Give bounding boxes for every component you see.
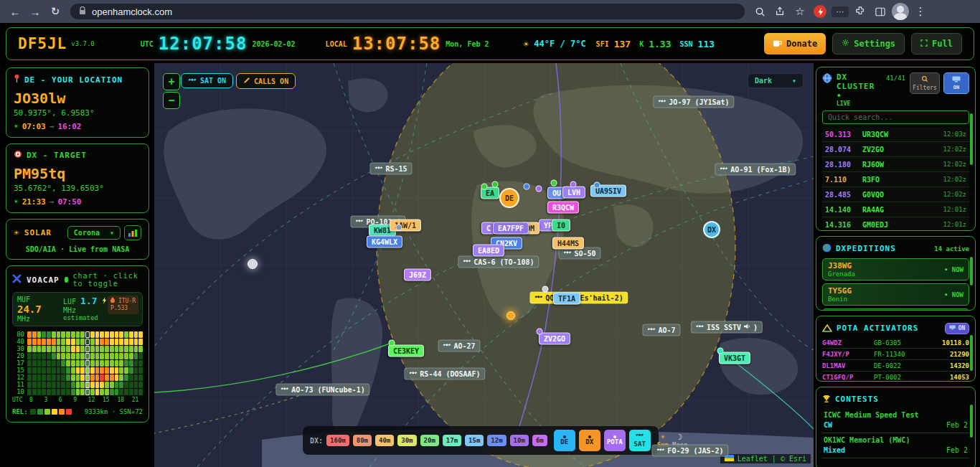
donate-button[interactable]: Donate xyxy=(764,33,826,55)
dx-spot-row[interactable]: 14.140RA4AG12:01z xyxy=(822,202,969,217)
cluster-scrollbar[interactable] xyxy=(970,113,973,165)
satellite-footprint-label[interactable]: ISS SSTV) xyxy=(691,321,763,334)
dxpedition-row[interactable]: TY5GGBenin• NOW xyxy=(822,283,969,306)
dx-marker[interactable]: DX xyxy=(703,221,720,238)
share-icon[interactable] xyxy=(771,2,789,21)
satellite-footprint-label[interactable]: AO-73 (FUNcube-1) xyxy=(275,384,369,396)
dx-spot-row[interactable]: 28.485G0VQO12:02z xyxy=(822,187,969,202)
cluster-search-input[interactable] xyxy=(822,110,969,124)
dx-spot-row[interactable]: 7.110R3FO12:02z xyxy=(822,172,969,187)
callsign-spot-label[interactable]: KG4WLX xyxy=(367,236,402,248)
tent-icon xyxy=(822,321,832,335)
ssn-label: SSN xyxy=(680,40,693,48)
gear-icon xyxy=(842,39,849,49)
legend-marker-dx[interactable]: DX xyxy=(579,430,600,451)
satellite-footprint-label[interactable]: AO-7 xyxy=(642,324,680,336)
satellite-icon xyxy=(443,342,451,350)
solar-view-select[interactable]: Corona ▾ xyxy=(67,226,121,240)
band-chip-6m[interactable]: 6m xyxy=(532,435,547,446)
browser-menu-icon[interactable]: ⋮ xyxy=(911,2,930,21)
satellite-footprint-label[interactable]: CAS-6 (TO-108) xyxy=(458,256,539,268)
sun-marker xyxy=(507,311,515,320)
contests-scrollbar[interactable] xyxy=(970,405,973,438)
dx-spot-row[interactable]: 14.316GM0EDJ12:01z xyxy=(822,217,969,231)
voacap-panel[interactable]: VOACAP chart · click to toggle MUF 24.7 … xyxy=(6,265,149,423)
dx-spot-row[interactable]: 50.313UR3QCW12:03z xyxy=(822,127,969,142)
zoom-page-icon[interactable] xyxy=(750,2,769,21)
solar-chart-button[interactable] xyxy=(124,225,141,240)
callsign-spot-label[interactable]: H44MS xyxy=(552,237,584,250)
band-chip-10m[interactable]: 10m xyxy=(510,435,529,446)
band-chip-40m[interactable]: 40m xyxy=(375,435,394,446)
callsign-spot-label[interactable]: 1AW/1 xyxy=(390,220,421,232)
pota-on-toggle[interactable]: ON xyxy=(945,323,969,334)
legend-marker-pota[interactable]: POTA xyxy=(604,430,626,451)
dxpedition-row[interactable]: 8R1TMGuyana• NOW xyxy=(822,308,969,311)
fullscreen-button[interactable]: Full xyxy=(911,33,962,55)
band-chip-20m[interactable]: 20m xyxy=(420,435,439,446)
bookmark-star-icon[interactable]: ☆ xyxy=(791,2,809,21)
browser-toolbar: ← → ↻ openhamclock.com ☆ ⋯ ⋮ xyxy=(0,0,980,23)
band-chip-17m[interactable]: 17m xyxy=(443,435,461,446)
label-text: TF1A xyxy=(558,295,575,303)
pota-row[interactable]: F4JXY/PFR-1134021290 xyxy=(822,349,969,360)
band-chip-160m[interactable]: 160m xyxy=(326,435,349,446)
callsign-spot-label[interactable]: TF1A xyxy=(553,293,580,305)
callsign-spot-label[interactable]: VK3GT xyxy=(719,352,750,364)
callsign-spot-label[interactable]: ZV2GO xyxy=(539,333,570,345)
band-chip-80m[interactable]: 80m xyxy=(353,435,372,446)
band-row-label: 17 xyxy=(12,360,27,367)
satellite-footprint-label[interactable]: RS-15 xyxy=(369,163,412,175)
callsign-spot-label[interactable]: J69Z xyxy=(404,269,431,281)
world-map[interactable]: + − SAT ON CALLS ON Dark ▾ RS-15JO-97 (J… xyxy=(154,63,814,467)
satellite-footprint-label[interactable]: RS-44 (DOSAAF) xyxy=(404,368,485,380)
band-chip-12m[interactable]: 12m xyxy=(487,435,506,446)
callsign-spot-label[interactable]: LVH xyxy=(562,187,585,199)
pota-park-ref: DE-0022 xyxy=(874,362,901,369)
legend-marker-de[interactable]: DE xyxy=(554,430,575,451)
heatmap-cell xyxy=(80,374,85,381)
callsign-spot-label[interactable]: I0 xyxy=(552,220,570,232)
heatmap-cell xyxy=(138,339,143,345)
forward-button[interactable]: → xyxy=(26,2,44,21)
pota-scrollbar[interactable] xyxy=(970,335,973,371)
address-bar[interactable]: openhamclock.com xyxy=(70,4,745,19)
side-panel-icon[interactable] xyxy=(871,2,890,21)
map-attribution[interactable]: Leaflet | © Esri xyxy=(720,454,811,463)
dxpeditions-scrollbar[interactable] xyxy=(970,257,973,286)
cluster-on-toggle[interactable]: ON xyxy=(943,72,969,94)
band-chip-30m[interactable]: 30m xyxy=(397,435,416,446)
puzzle-extensions-icon[interactable] xyxy=(851,2,870,21)
satellite-footprint-label[interactable]: AO-91 (Fox-1B) xyxy=(715,164,796,176)
dx-spot-row[interactable]: 28.074ZV2GO12:02z xyxy=(822,142,969,157)
dx-spot-row[interactable]: 28.180RJ6OW12:02z xyxy=(822,157,969,172)
legend-marker-sat[interactable]: SAT xyxy=(629,430,651,451)
cluster-filters-button[interactable]: Filters xyxy=(910,72,940,94)
satellite-footprint-label[interactable]: AO-27 xyxy=(438,340,480,352)
heatmap-cell xyxy=(76,353,80,359)
callsign-spot-label[interactable]: CE3KEY xyxy=(388,345,424,357)
satellite-footprint-label[interactable]: FO-29 (JAS-2) xyxy=(651,445,728,457)
heatmap-cell xyxy=(95,374,100,381)
pota-frequency: 14053 xyxy=(950,374,969,381)
settings-button[interactable]: Settings xyxy=(832,33,905,55)
callsign-spot-label[interactable]: EA8ED xyxy=(473,245,504,257)
axis-tick: 0 xyxy=(29,397,33,403)
profile-avatar[interactable] xyxy=(891,2,910,21)
pota-row[interactable]: G4WDZGB-630510118.0 xyxy=(822,337,969,349)
pota-row[interactable]: CT1GFQ/PPT-000214053 xyxy=(822,372,969,382)
de-marker[interactable]: DE xyxy=(499,188,519,208)
more-extensions-badge[interactable]: ⋯ xyxy=(831,2,849,21)
extension-icon[interactable] xyxy=(811,2,829,21)
band-chip-15m[interactable]: 15m xyxy=(465,435,484,446)
heatmap-cell xyxy=(138,367,143,374)
satellite-footprint-label[interactable]: JO-97 (JY1Sat) xyxy=(653,96,734,108)
back-button[interactable]: ← xyxy=(6,2,24,21)
pota-row[interactable]: DL1MAVDE-002214320 xyxy=(822,360,969,372)
dxpedition-row[interactable]: J38WGGrenada• NOW xyxy=(822,258,969,280)
label-text: VK3GT xyxy=(724,354,745,362)
callsign-spot-label[interactable]: R3QCW xyxy=(547,202,579,214)
heatmap-cell xyxy=(90,360,95,367)
reload-button[interactable]: ↻ xyxy=(46,2,65,21)
callsign-spot-label[interactable]: EA7FPF xyxy=(493,222,529,235)
